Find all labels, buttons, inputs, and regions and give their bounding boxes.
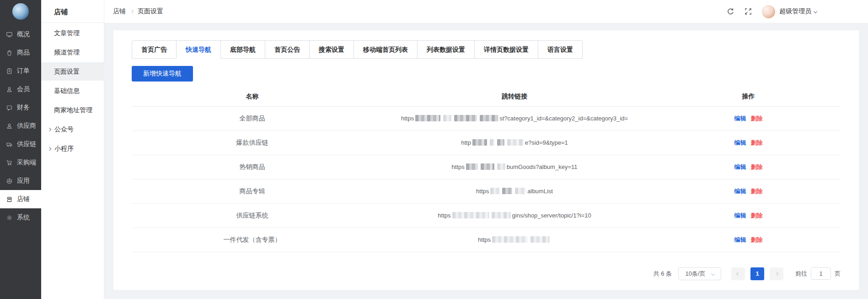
edit-link[interactable]: 编辑 — [734, 188, 746, 195]
delete-link[interactable]: 删除 — [751, 163, 763, 170]
user-icon — [6, 123, 13, 130]
goto-page-input[interactable] — [811, 267, 831, 280]
submenu-item-label: 文章管理 — [54, 29, 80, 37]
sidebar-item-label: 应用 — [17, 177, 30, 185]
user-avatar[interactable] — [762, 5, 775, 18]
table-row: 热销商品httpsbumGoods?album_key=11编辑删除 — [132, 155, 841, 179]
topbar: 店铺 页面设置 超级管理员 — [104, 0, 868, 23]
edit-link[interactable]: 编辑 — [734, 163, 746, 170]
total-count: 共 6 条 — [654, 270, 672, 278]
submenu-item-label: 基础信息 — [54, 87, 80, 94]
page-1-button[interactable]: 1 — [750, 267, 764, 280]
tab-mobile-home-list[interactable]: 移动端首页列表 — [354, 40, 418, 59]
sidebar-item-orders[interactable]: 订单 — [0, 62, 41, 80]
nav-link-cell: httpsalbumList — [373, 179, 656, 203]
shop-icon — [6, 196, 13, 203]
prev-page-button[interactable] — [731, 267, 745, 280]
sidebar-item-label: 采购端 — [17, 158, 36, 167]
user-name: 超级管理员 — [779, 7, 811, 16]
sidebar-item-label: 概况 — [17, 30, 30, 38]
delete-link[interactable]: 删除 — [751, 115, 763, 122]
logo-avatar[interactable] — [12, 3, 29, 20]
column-header-name: 名称 — [132, 87, 373, 106]
tab-home-ads[interactable]: 首页广告 — [132, 40, 177, 59]
link-text: http — [461, 139, 471, 146]
primary-sidebar: 概况商品订单会员财务供应商供应链采购端应用店铺系统 — [0, 0, 41, 299]
sidebar-item-members[interactable]: 会员 — [0, 80, 41, 98]
sidebar-item-label: 店铺 — [17, 195, 30, 203]
breadcrumb-page-settings: 页面设置 — [138, 7, 163, 16]
nav-name-cell: 商品专辑 — [132, 179, 373, 203]
tab-quick-nav[interactable]: 快速导航 — [176, 40, 221, 59]
quick-nav-table: 名称 跳转链接 操作 全部商品httpsst?category1_id=&cat… — [132, 87, 841, 252]
nav-name-cell: 全部商品 — [132, 106, 373, 130]
tab-search-settings[interactable]: 搜索设置 — [309, 40, 354, 59]
tab-language[interactable]: 语言设置 — [538, 40, 583, 59]
sidebar-item-system[interactable]: 系统 — [0, 208, 41, 227]
sidebar-item-overview[interactable]: 概况 — [0, 25, 41, 43]
nav-link-cell: https — [373, 228, 656, 252]
edit-link[interactable]: 编辑 — [734, 139, 746, 146]
submenu-item-mini-program[interactable]: 小程序 — [41, 139, 104, 158]
actions-cell: 编辑删除 — [656, 130, 841, 155]
chevron-right-icon — [775, 272, 778, 275]
tab-home-notice[interactable]: 首页公告 — [265, 40, 310, 59]
admin-app: 概况商品订单会员财务供应商供应链采购端应用店铺系统 店铺 文章管理频道管理页面设… — [0, 0, 868, 299]
tab-detail-data[interactable]: 详情页数据设置 — [474, 40, 538, 59]
link-text: https — [478, 236, 491, 243]
edit-link[interactable]: 编辑 — [734, 212, 746, 219]
sidebar-item-procurement[interactable]: 采购端 — [0, 153, 41, 172]
next-page-button[interactable] — [770, 267, 783, 280]
tab-list-data[interactable]: 列表数据设置 — [417, 40, 475, 59]
page-size-value: 10条/页 — [685, 270, 705, 278]
nav-link-cell: httpe?sid=9&type=1 — [373, 130, 656, 155]
chevron-down-icon — [711, 272, 714, 275]
sidebar-item-goods[interactable]: 商品 — [0, 43, 41, 62]
sidebar-item-shop[interactable]: 店铺 — [0, 190, 41, 208]
sidebar-item-supply-chain[interactable]: 供应链 — [0, 135, 41, 153]
submenu-item-channel-management[interactable]: 频道管理 — [41, 43, 104, 61]
user-menu[interactable]: 超级管理员 — [779, 7, 817, 16]
breadcrumb-shop[interactable]: 店铺 — [113, 7, 126, 16]
submenu-item-official-account[interactable]: 公众号 — [41, 120, 104, 138]
goto-label: 前往 — [795, 270, 807, 278]
delete-link[interactable]: 删除 — [751, 236, 763, 243]
sidebar-item-supplier[interactable]: 供应商 — [0, 117, 41, 135]
page-background: 首页广告快速导航底部导航首页公告搜索设置移动端首页列表列表数据设置详情页数据设置… — [104, 23, 868, 299]
add-quick-nav-button[interactable]: 新增快速导航 — [132, 66, 193, 82]
sidebar-item-label: 财务 — [17, 103, 30, 112]
redacted-url-segment — [492, 236, 528, 243]
redacted-url-segment — [492, 212, 511, 218]
fullscreen-icon[interactable] — [745, 8, 752, 15]
tab-footer-nav[interactable]: 底部导航 — [220, 40, 265, 59]
bag-icon — [6, 49, 13, 56]
submenu-item-label: 页面设置 — [54, 68, 80, 75]
monitor-icon — [6, 31, 13, 38]
table-row: 商品专辑httpsalbumList编辑删除 — [132, 179, 841, 203]
submenu-title: 店铺 — [41, 0, 104, 22]
table-row: 爆款供应链httpe?sid=9&type=1编辑删除 — [132, 130, 841, 155]
sidebar-item-apps[interactable]: 应用 — [0, 172, 41, 190]
sidebar-item-label: 供应链 — [17, 140, 36, 148]
sidebar-item-finance[interactable]: 财务 — [0, 98, 41, 117]
topbar-right: 超级管理员 — [727, 5, 817, 18]
submenu-item-basic-info[interactable]: 基础信息 — [41, 82, 104, 100]
page-size-select[interactable]: 10条/页 — [678, 267, 721, 280]
column-header-actions: 操作 — [656, 87, 841, 106]
table-row: 一件代发（含专票）https编辑删除 — [132, 228, 841, 252]
edit-link[interactable]: 编辑 — [734, 115, 746, 122]
primary-nav: 概况商品订单会员财务供应商供应链采购端应用店铺系统 — [0, 25, 41, 227]
edit-link[interactable]: 编辑 — [734, 236, 746, 243]
sidebar-item-label: 系统 — [17, 213, 30, 222]
submenu-item-page-settings[interactable]: 页面设置 — [41, 62, 104, 81]
redacted-url-segment — [472, 139, 487, 146]
cart-icon — [6, 159, 13, 166]
refresh-icon[interactable] — [727, 8, 734, 16]
actions-cell: 编辑删除 — [656, 155, 841, 179]
column-header-link: 跳转链接 — [373, 87, 656, 106]
submenu-item-article-management[interactable]: 文章管理 — [41, 24, 104, 42]
delete-link[interactable]: 删除 — [751, 139, 763, 146]
delete-link[interactable]: 删除 — [751, 212, 763, 219]
delete-link[interactable]: 删除 — [751, 188, 763, 195]
submenu-item-merchant-address[interactable]: 商家地址管理 — [41, 101, 104, 119]
